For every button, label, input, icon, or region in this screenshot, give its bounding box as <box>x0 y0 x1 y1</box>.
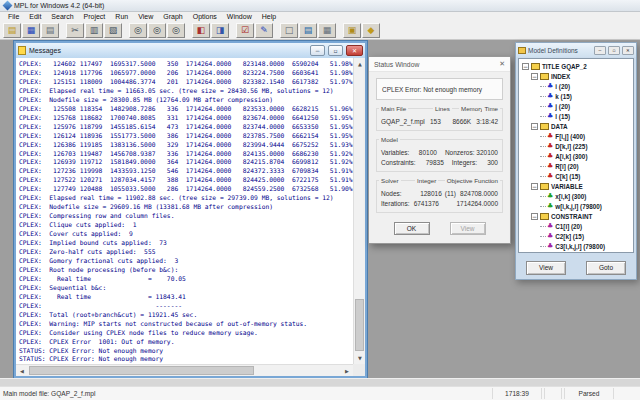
tree-node-constraint-c1[interactable]: ♣C1[i] (20) <box>521 221 633 231</box>
status-window-title: Status Window <box>374 61 499 68</box>
graph-window-button[interactable]: ▤ <box>299 23 317 38</box>
tree-node-title-gqap-2[interactable]: −TITLE GQAP_2 <box>521 61 633 71</box>
scroll-down-icon[interactable]: ▼ <box>354 352 366 364</box>
memory-label: Memory <box>459 105 485 112</box>
search-next-button[interactable]: ◎ <box>148 23 166 38</box>
copy-button[interactable]: ▥ <box>85 23 103 38</box>
restore-button[interactable]: ▫ <box>328 45 343 56</box>
view-solution-button[interactable]: ◆ <box>362 23 380 38</box>
collapse-icon[interactable]: − <box>531 213 538 220</box>
tree-node-variable-w[interactable]: ♣w[i,k,j,l] (79800) <box>521 201 633 211</box>
collapse-icon[interactable]: − <box>522 63 529 70</box>
restore-button[interactable]: ▫ <box>608 46 620 55</box>
message-line: CPLEX: 124602 117497 1695317.5000 350 17… <box>19 60 353 69</box>
tree-node-constraint[interactable]: −CONSTRAINT <box>521 211 633 221</box>
search-icon: ◎ <box>134 26 142 35</box>
scroll-left-icon[interactable]: ◀ <box>16 365 28 377</box>
close-icon[interactable]: ✕ <box>499 60 505 68</box>
tree-label: x[i,k] (300) <box>555 193 586 200</box>
tree-node-index[interactable]: −INDEX <box>521 71 633 81</box>
goto-button[interactable]: Goto <box>586 261 626 275</box>
message-line: CPLEX: 127749 120488 1055033.5000 286 17… <box>19 185 353 194</box>
message-line: CPLEX: 126386 119185 1383136.5000 329 17… <box>19 141 353 150</box>
save-button[interactable]: ▦ <box>22 23 40 38</box>
menu-search[interactable]: Search <box>46 13 78 20</box>
collapse-icon[interactable]: − <box>531 183 538 190</box>
search-button[interactable]: ◎ <box>129 23 147 38</box>
print-button[interactable]: ▤ <box>41 23 59 38</box>
tree-node-variable[interactable]: −VARIABLE <box>521 181 633 191</box>
tree-node-index-k[interactable]: ♣k (15) <box>521 91 633 101</box>
messages-title-bar[interactable]: Messages − ▫ ✕ <box>16 43 365 58</box>
menu-graph[interactable]: Graph <box>158 13 187 20</box>
horizontal-scroll-thumb[interactable] <box>29 366 254 375</box>
menu-file[interactable]: File <box>3 13 24 20</box>
item-icon: ♣ <box>547 193 553 200</box>
tree-node-constraint-c3[interactable]: ♣C3[i,k,j,l] (79800) <box>521 241 633 251</box>
tree-node-data-f[interactable]: ♣F[i,j] (400) <box>521 131 633 141</box>
matrix-window-button[interactable]: ▦ <box>318 23 336 38</box>
tree-node-data[interactable]: −DATA <box>521 121 633 131</box>
menu-view[interactable]: View <box>133 13 158 20</box>
menu-options[interactable]: Options <box>188 13 222 20</box>
tree-connector <box>540 116 546 117</box>
tree-node-data-r[interactable]: ♣R[i] (20) <box>521 161 633 171</box>
nodes-label: Nodes: <box>381 190 413 197</box>
menu-edit[interactable]: Edit <box>24 13 46 20</box>
vertical-scrollbar[interactable]: ▲ ▼ <box>353 58 365 364</box>
solve-button[interactable]: ✎ <box>255 23 273 38</box>
open-button[interactable]: ▤ <box>3 23 21 38</box>
status-message: CPLEX Error: Not enough memory <box>376 78 503 100</box>
message-line: CPLEX: 125508 118354 1482908.7286 336 17… <box>19 105 353 114</box>
tree-node-data-c[interactable]: ♣C[k] (15) <box>521 171 633 181</box>
close-button[interactable]: ✕ <box>346 45 363 56</box>
ok-button[interactable]: OK <box>394 222 430 235</box>
import-button[interactable]: ◧ <box>192 23 210 38</box>
export-button[interactable]: ◨ <box>211 23 229 38</box>
tree-node-data-a[interactable]: ♣A[i,k] (300) <box>521 151 633 161</box>
tree-node-index-l[interactable]: ♣l (15) <box>521 111 633 121</box>
messages-window-button[interactable]: ▣ <box>343 23 361 38</box>
status-bar-position: 1718:39 <box>492 388 542 399</box>
close-button[interactable]: ✕ <box>622 46 634 55</box>
model-file-button[interactable]: □ <box>280 23 298 38</box>
tree-node-index-i[interactable]: ♣i (20) <box>521 81 633 91</box>
main-file-lines: 153 <box>425 118 441 125</box>
model-definitions-tree: −TITLE GQAP_2−INDEX♣i (20)♣k (15)♣j (20)… <box>518 58 634 253</box>
paste-button[interactable]: ▧ <box>104 23 122 38</box>
scroll-up-icon[interactable]: ▲ <box>354 58 366 70</box>
tree-node-variable-x[interactable]: ♣x[i,k] (300) <box>521 191 633 201</box>
horizontal-scrollbar[interactable]: ◀ ▶ <box>16 364 353 376</box>
menu-help[interactable]: Help <box>257 13 281 20</box>
messages-text-area[interactable]: CPLEX: 124602 117497 1695317.5000 350 17… <box>16 58 353 364</box>
status-window-title-bar[interactable]: Status Window ✕ <box>369 57 510 72</box>
tree-node-index-j[interactable]: ♣j (20) <box>521 101 633 111</box>
collapse-icon[interactable]: − <box>531 73 538 80</box>
tree-connector <box>540 156 546 157</box>
collapse-icon[interactable]: − <box>531 123 538 130</box>
menu-project[interactable]: Project <box>79 13 111 20</box>
message-line: CPLEX: Nodefile size = 29609.16 MB (1338… <box>19 203 353 212</box>
tree-connector <box>540 236 546 237</box>
tree-node-constraint-c2[interactable]: ♣C2[k] (15) <box>521 231 633 241</box>
view-button[interactable]: View <box>526 261 566 275</box>
model-definitions-title-bar[interactable]: Model Definitions − ▫ ✕ <box>516 43 636 57</box>
minimize-button[interactable]: − <box>594 46 606 55</box>
vertical-scroll-thumb[interactable] <box>355 299 364 351</box>
menu-run[interactable]: Run <box>110 13 133 20</box>
iterations-value: 6741376 <box>412 200 439 207</box>
scrollbar-corner <box>353 364 365 376</box>
item-icon: ♣ <box>547 143 553 150</box>
tree-node-data-d[interactable]: ♣D[k,l] (225) <box>521 141 633 151</box>
minimize-button[interactable]: − <box>310 45 325 56</box>
nonzeros-value: 320100 <box>476 149 498 156</box>
scroll-right-icon[interactable]: ▶ <box>341 365 353 377</box>
bottom-dock-strip <box>0 378 640 386</box>
item-icon: ♣ <box>547 173 553 180</box>
menu-window[interactable]: Window <box>222 13 257 20</box>
status-bar-main-file: Main model file: GQAP_2_f.mpl <box>3 390 95 397</box>
check-syntax-button[interactable]: ☑ <box>236 23 254 38</box>
cut-button[interactable]: ✂ <box>66 23 84 38</box>
search-prev-button[interactable]: ◎ <box>167 23 185 38</box>
paste-icon: ▧ <box>109 26 118 35</box>
